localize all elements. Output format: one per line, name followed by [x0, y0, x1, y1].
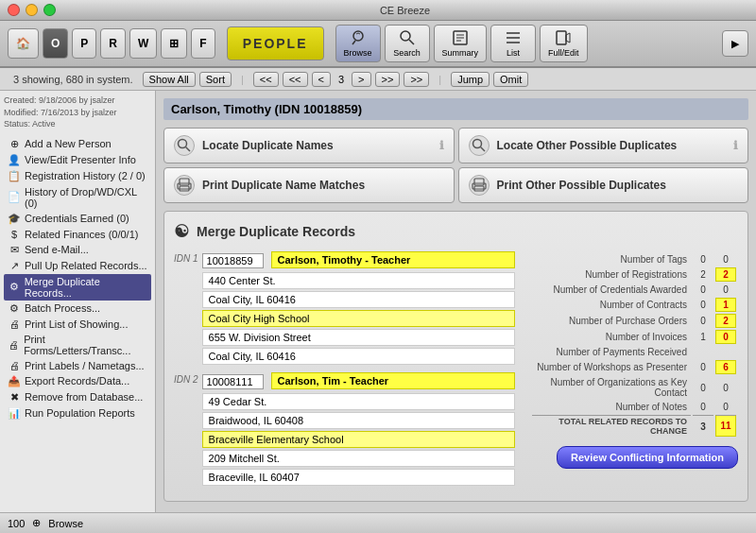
- browse-icon-button[interactable]: Browse: [335, 25, 381, 62]
- sidebar-item-batch-process[interactable]: ⚙ Batch Process...: [4, 301, 151, 317]
- record1-address2: Coal City, IL 60416: [202, 291, 515, 308]
- record2-address3: 209 Mitchell St.: [202, 450, 515, 467]
- print-dup-icon: [174, 175, 195, 196]
- sidebar-item-reg-history[interactable]: 📋 Registration History (2 / 0): [4, 168, 151, 184]
- record1-address3: 655 W. Division Street: [202, 329, 515, 346]
- sidebar-item-remove-db[interactable]: ✖ Remove from Database...: [4, 389, 151, 405]
- first-button[interactable]: <<: [253, 72, 279, 87]
- merge-title: Merge Duplicate Records: [197, 224, 355, 239]
- sidebar-item-export[interactable]: 📤 Export Records/Data...: [4, 373, 151, 389]
- nav-grid-button[interactable]: ⊞: [161, 28, 187, 59]
- jump-button[interactable]: Jump: [451, 72, 490, 87]
- record-2-row: IDN 2 10008111 Carlson, Tim - Teacher 49…: [174, 372, 515, 488]
- sidebar-item-finances[interactable]: $ Related Finances (0/0/1): [4, 227, 151, 242]
- stat-val1-total: 3: [693, 415, 713, 437]
- idn2-number: 10008111: [202, 374, 264, 389]
- stat-row-notes: Number of Notes 0 0: [532, 401, 736, 413]
- stat-row-registrations: Number of Registrations 2 2: [532, 267, 736, 282]
- omit-button[interactable]: Omit: [493, 72, 528, 87]
- stat-val2-orgs: 0: [715, 376, 736, 399]
- maximize-button[interactable]: [43, 4, 56, 16]
- review-button[interactable]: Review Conflicting Information: [557, 446, 738, 469]
- next-button[interactable]: >: [352, 72, 370, 87]
- stat-val2-workshops: 6: [715, 360, 736, 374]
- locate-dup-names-button[interactable]: Locate Duplicate Names ℹ: [163, 128, 455, 163]
- add-icon: ⊕: [8, 138, 21, 150]
- record2-address4: Braceville, IL 60407: [202, 469, 515, 486]
- stat-val1-notes: 0: [693, 401, 713, 413]
- stat-row-po: Number of Purchase Orders 0 2: [532, 314, 736, 328]
- next-far-button[interactable]: >>: [375, 72, 401, 87]
- nav-p-button[interactable]: P: [72, 28, 96, 59]
- search-other-icon: [469, 135, 490, 156]
- sidebar-item-print-labels[interactable]: 🖨 Print Labels / Nametags...: [4, 358, 151, 373]
- print-dup-names-button[interactable]: Print Duplicate Name Matches: [163, 167, 455, 203]
- locate-other-dup-button[interactable]: Locate Other Possible Duplicates ℹ: [458, 128, 749, 163]
- sidebar-item-view-edit[interactable]: 👤 View/Edit Presenter Info: [4, 152, 151, 168]
- sidebar-item-related-records[interactable]: ↗ Pull Up Related Records...: [4, 258, 151, 274]
- record2-name: Carlson, Tim - Teacher: [271, 372, 515, 389]
- expand-button[interactable]: ▶: [722, 30, 748, 57]
- stat-val1-tags: 0: [693, 253, 713, 266]
- stat-label-contracts: Number of Contracts: [532, 298, 691, 312]
- summary-label: Summary: [442, 48, 479, 58]
- full-edit-label: Full/Edit: [548, 48, 579, 58]
- zoom-area: 100 ⊕: [8, 517, 41, 529]
- close-button[interactable]: [8, 4, 20, 16]
- sidebar-item-print-list[interactable]: 🖨 Print List of Showing...: [4, 317, 151, 332]
- sidebar-label-print-labels: Print Labels / Nametags...: [25, 360, 145, 371]
- link-icon: ↗: [8, 260, 21, 272]
- show-all-button[interactable]: Show All: [143, 72, 196, 87]
- prev-far-button[interactable]: <<: [283, 72, 308, 87]
- sidebar-item-add-person[interactable]: ⊕ Add a New Person: [4, 136, 151, 152]
- sidebar-item-credentials[interactable]: 🎓 Credentials Earned (0): [4, 211, 151, 227]
- page-number: 3: [335, 74, 348, 85]
- sidebar: Created: 9/18/2006 by jsalzer Modified: …: [0, 91, 156, 512]
- last-button[interactable]: >>: [404, 72, 429, 87]
- sidebar-item-print-forms[interactable]: 🖨 Print Forms/Letters/Transc...: [4, 332, 151, 358]
- stat-label-registrations: Number of Registrations: [532, 267, 691, 282]
- print-other-dup-button[interactable]: Print Other Possible Duplicates: [458, 167, 749, 203]
- zoom-slider[interactable]: ⊕: [32, 517, 41, 529]
- stat-row-contracts: Number of Contracts 0 1: [532, 298, 736, 312]
- nav-f-button[interactable]: F: [191, 28, 215, 59]
- idn1-label: IDN 1: [174, 253, 198, 264]
- stat-val2-payments: [715, 346, 736, 358]
- full-edit-icon-button[interactable]: Full/Edit: [540, 25, 588, 62]
- person-header: Carlson, Timothy (IDN 10018859): [163, 98, 748, 120]
- prev-button[interactable]: <: [312, 72, 331, 87]
- search-icon-button[interactable]: Search: [385, 25, 430, 62]
- sidebar-item-email[interactable]: ✉ Send e-Mail...: [4, 242, 151, 258]
- browse-label: Browse: [344, 48, 372, 58]
- sidebar-item-drop-history[interactable]: 📄 History of Drop/WD/CXL (0): [4, 184, 151, 211]
- export-icon: 📤: [8, 375, 21, 387]
- list-icon-button[interactable]: List: [490, 25, 536, 62]
- home-button[interactable]: 🏠: [8, 28, 39, 59]
- sort-button[interactable]: Sort: [199, 72, 232, 87]
- sidebar-label-credentials: Credentials Earned (0): [25, 213, 129, 224]
- person-icon: 👤: [8, 154, 21, 166]
- summary-icon-button[interactable]: Summary: [434, 25, 488, 62]
- top-toolbar: 🏠 O P R W ⊞ F People Browse Search Summa…: [0, 21, 756, 68]
- nav-r-button[interactable]: R: [100, 28, 126, 59]
- sidebar-label-finances: Related Finances (0/0/1): [25, 229, 138, 240]
- stat-label-payments: Number of Payments Received: [532, 346, 691, 358]
- sidebar-label-view-edit: View/Edit Presenter Info: [25, 154, 136, 165]
- svg-rect-15: [180, 179, 189, 185]
- sidebar-item-merge-duplicate[interactable]: ⚙ Merge Duplicate Records...: [4, 274, 151, 301]
- stat-val2-registrations: 2: [715, 267, 736, 282]
- stat-val1-invoices: 1: [693, 330, 713, 344]
- stat-label-tags: Number of Tags: [532, 253, 691, 266]
- stat-label-credentials: Number of Credentials Awarded: [532, 284, 691, 296]
- people-button[interactable]: People: [227, 26, 324, 60]
- sidebar-item-reports[interactable]: 📊 Run Population Reports: [4, 405, 151, 421]
- doc-icon: 📄: [8, 191, 21, 203]
- minimize-button[interactable]: [26, 4, 38, 16]
- svg-rect-10: [557, 31, 566, 44]
- stat-val1-contracts: 0: [693, 298, 713, 312]
- print-other-dup-label: Print Other Possible Duplicates: [497, 179, 666, 192]
- status-bar: 100 ⊕ Browse: [0, 512, 756, 533]
- nav-o-button[interactable]: O: [43, 28, 68, 59]
- nav-w-button[interactable]: W: [129, 28, 157, 59]
- locate-other-dup-label: Locate Other Possible Duplicates: [497, 139, 678, 152]
